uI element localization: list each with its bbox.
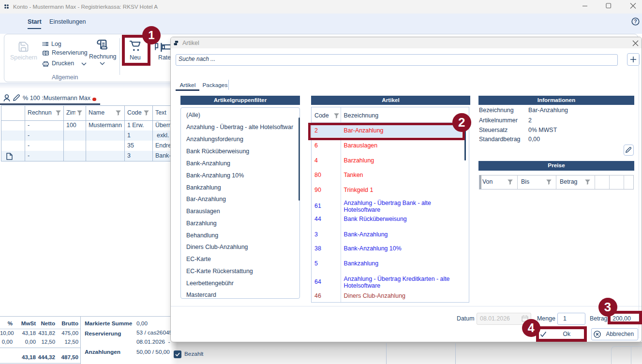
svg-text:?: ? — [634, 19, 637, 24]
